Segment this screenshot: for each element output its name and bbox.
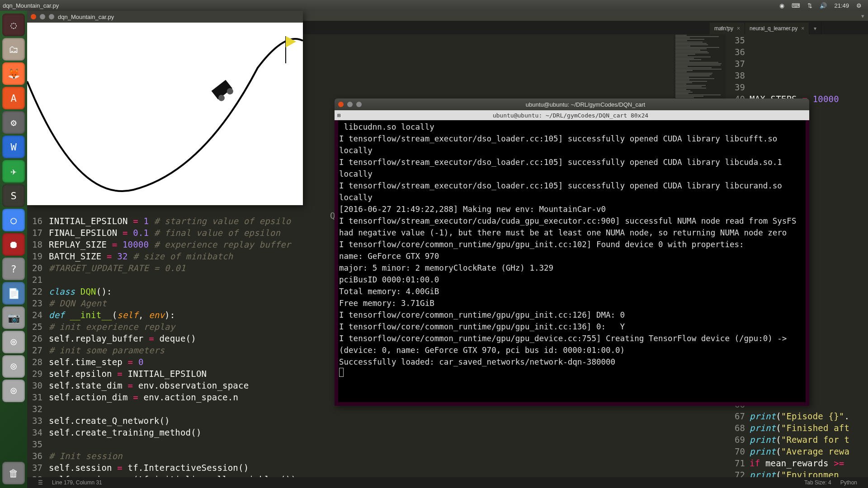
disk1-icon[interactable]: ⌾ [2,331,25,353]
code-line[interactable]: 37 [731,58,863,70]
help-icon[interactable]: ? [2,258,25,280]
editor-tab[interactable]: neural_q_learner.py× [745,23,809,34]
active-window-title: dqn_Mountain_car.py [3,2,59,9]
code-line[interactable]: 34 self.create_training_method() [27,427,726,438]
telegram-icon[interactable]: ✈ [2,160,25,183]
car-icon [212,80,235,103]
tab-close-icon[interactable]: × [801,25,804,32]
maximize-icon[interactable] [356,102,362,107]
keyboard-indicator-icon[interactable]: ⌨ [788,2,804,9]
terminal-window[interactable]: ubuntu@ubuntu: ~/DRL/gymCodes/DQN_cart ⊞… [335,99,809,406]
camera-icon[interactable]: 📷 [2,306,25,329]
code-line[interactable]: 71if mean_rewards >= [731,457,863,469]
unity-top-bar: dqn_Mountain_car.py ◉ ⌨ ⇅ 🔊 21:49 ⚙ [0,0,868,11]
document-icon[interactable]: 📄 [2,282,25,305]
terminal-titlebar[interactable]: ubuntu@ubuntu: ~/DRL/gymCodes/DQN_cart [335,99,809,110]
chromium-icon[interactable]: ◯ [2,209,25,231]
code-line[interactable]: 70print("Average rewa [731,446,863,457]
trash-icon[interactable]: 🗑 [2,462,25,484]
close-icon[interactable] [31,14,36,19]
ubuntu-software-icon[interactable]: A [2,87,25,109]
code-line[interactable]: 37 self.session = tf.InteractiveSession(… [27,462,726,474]
code-line[interactable]: 68print("Finished aft [731,422,863,434]
cursor-position: Line 179, Column 31 [47,479,107,486]
network-indicator-icon[interactable]: ⇅ [804,2,816,9]
mountaincar-window-title: dqn_Mountain_car.py [58,14,114,20]
dash-icon[interactable]: ◌ [2,14,25,36]
tab-next-icon[interactable]: ▸ [726,23,730,30]
mountaincar-canvas [27,23,303,205]
code-line[interactable]: 36 [731,46,863,58]
code-line[interactable]: 38 self.session.run(tf.initialize_all_va… [27,474,726,477]
editor-status-bar: ☰ Line 179, Column 31 Tab Size: 4 Python [27,477,868,488]
tab-close-icon[interactable]: × [737,25,740,32]
tab-nav: ◂ ▸ [720,23,730,30]
messaging-indicator-icon[interactable]: ◉ [776,2,788,9]
files-icon[interactable]: 🗂 [2,38,25,61]
terminal-title: ubuntu@ubuntu: ~/DRL/gymCodes/DQN_cart [365,101,806,108]
code-line[interactable]: 36 # Init session [27,450,726,462]
new-tab-icon[interactable]: ⊞ [335,112,341,119]
code-line[interactable]: 69print("Reward for t [731,434,863,446]
settings-icon[interactable]: ⚙ [2,111,25,134]
code-line[interactable]: 39 [731,81,863,93]
code-line[interactable]: 35 [731,34,863,46]
tab-overflow-icon[interactable]: ▾ [809,23,821,34]
maximize-icon[interactable] [49,14,54,19]
sound-indicator-icon[interactable]: 🔊 [816,2,830,9]
terminal-tab-label: ubuntu@ubuntu: ~/DRL/gymCodes/DQN_cart 8… [493,112,648,119]
terrain-curve [27,39,303,191]
code-line[interactable]: 33 self.create_Q_network() [27,415,726,427]
recorder-icon[interactable]: ⏺ [2,233,25,256]
code-line[interactable]: 35 [27,438,726,450]
terminal-output[interactable]: libcudnn.so locally I tensorflow/stream_… [338,120,806,402]
sublime-icon[interactable]: S [2,184,25,207]
terminal-tab[interactable]: ⊞ ubuntu@ubuntu: ~/DRL/gymCodes/DQN_cart… [335,110,809,120]
minimize-icon[interactable] [40,14,45,19]
close-icon[interactable] [338,102,344,107]
mountaincar-render-window[interactable]: dqn_Mountain_car.py [27,11,303,205]
minimize-icon[interactable] [347,102,353,107]
syntax-language[interactable]: Python [836,479,862,486]
unity-launcher: ◌🗂🦊A⚙W✈S◯⏺?📄📷⌾⌾⌾🗑 [0,11,27,488]
session-indicator-icon[interactable]: ⚙ [853,2,865,9]
terminal-cursor [339,368,344,377]
code-line[interactable]: 72 print("Environmen [731,469,863,477]
clock[interactable]: 21:49 [830,2,853,9]
code-line[interactable]: 67print("Episode {}". [731,410,863,422]
mountaincar-titlebar[interactable]: dqn_Mountain_car.py [27,11,303,23]
tab-size[interactable]: Tab Size: 4 [800,479,835,486]
code-line[interactable]: 38 [731,70,863,81]
firefox-icon[interactable]: 🦊 [2,62,25,85]
flag-icon [286,36,296,47]
disk3-icon[interactable]: ⌾ [2,380,25,402]
overflow-icon[interactable]: ▾ [861,13,864,19]
menu-icon[interactable]: ☰ [33,479,47,486]
wps-icon[interactable]: W [2,136,25,158]
disk2-icon[interactable]: ⌾ [2,355,25,378]
tab-prev-icon[interactable]: ◂ [720,23,723,30]
tab-label: neural_q_learner.py [750,25,797,32]
